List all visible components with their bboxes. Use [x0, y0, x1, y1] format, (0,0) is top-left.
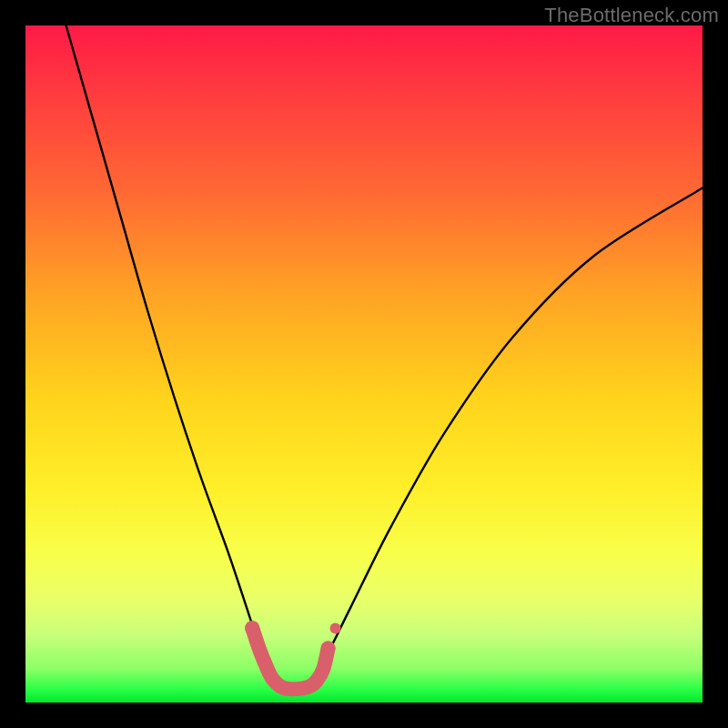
bottleneck-curve	[66, 25, 703, 690]
watermark-text: TheBottleneck.com	[544, 4, 719, 27]
highlight-dot	[321, 641, 336, 655]
highlight-stroke	[252, 628, 328, 689]
curve-svg	[25, 25, 703, 703]
chart-frame: TheBottleneck.com	[0, 0, 728, 728]
plot-area	[25, 25, 703, 703]
highlight-dot	[245, 621, 259, 635]
highlight-band	[245, 621, 340, 689]
highlight-dot	[330, 622, 341, 633]
